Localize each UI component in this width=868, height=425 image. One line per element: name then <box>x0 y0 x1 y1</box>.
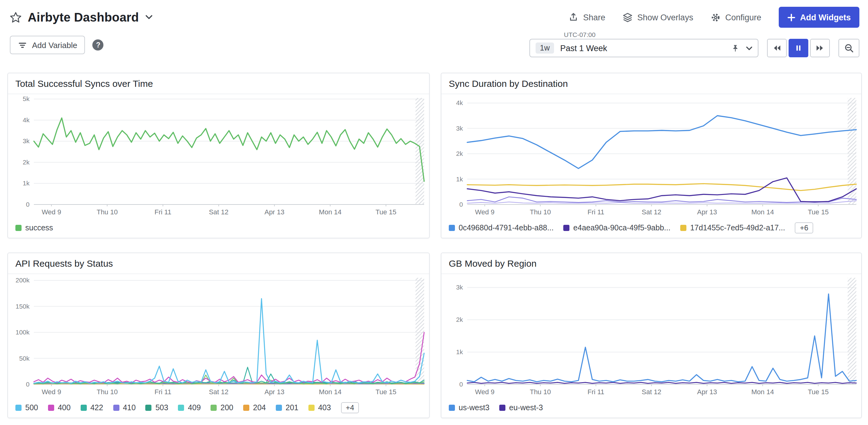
legend-swatch <box>243 405 249 411</box>
pin-icon[interactable] <box>731 43 740 53</box>
gear-icon <box>710 12 721 23</box>
favorite-star-icon[interactable] <box>10 11 22 23</box>
share-button[interactable]: Share <box>568 12 606 23</box>
svg-text:Sat 12: Sat 12 <box>642 208 661 216</box>
pause-button[interactable] <box>788 39 808 57</box>
help-icon[interactable]: ? <box>93 39 104 51</box>
share-icon <box>568 12 579 23</box>
add-widgets-button[interactable]: Add Widgets <box>778 7 859 28</box>
rewind-button[interactable] <box>767 39 787 57</box>
add-widgets-label: Add Widgets <box>800 12 851 22</box>
legend-item[interactable]: us-west3 <box>449 403 489 412</box>
legend-item[interactable]: 503 <box>146 403 168 412</box>
chart-total-successful-syncs[interactable]: 01k2k3k4k5kWed 9Thu 10Fri 11Sat 12Apr 13… <box>8 94 429 218</box>
svg-text:50k: 50k <box>19 355 30 362</box>
show-overlays-button[interactable]: Show Overlays <box>623 12 693 23</box>
chart-sync-duration-by-destination[interactable]: 01k2k3k4kWed 9Thu 10Fri 11Sat 12Apr 13Mo… <box>441 94 861 218</box>
legend-swatch <box>211 405 217 411</box>
plus-icon <box>787 13 795 21</box>
legend-item[interactable]: 400 <box>48 403 71 412</box>
legend-label: 500 <box>25 403 38 412</box>
legend-item[interactable]: eu-west-3 <box>499 403 543 412</box>
legend-swatch <box>16 405 22 411</box>
dashboard-page: Airbyte Dashboard Share Show Overlays <box>0 0 868 425</box>
legend-swatch <box>80 405 87 411</box>
legend-item[interactable]: 410 <box>113 403 136 412</box>
zoom-out-button[interactable] <box>838 39 859 57</box>
title-chevron-down-icon[interactable] <box>145 15 152 20</box>
legend-label: us-west3 <box>459 403 489 412</box>
svg-text:3k: 3k <box>456 284 463 291</box>
svg-text:2k: 2k <box>456 150 463 157</box>
legend-item[interactable]: 200 <box>211 403 233 412</box>
share-label: Share <box>583 12 606 22</box>
svg-text:Thu 10: Thu 10 <box>530 208 551 216</box>
chart-api-requests-by-status[interactable]: 050k100k150k200kWed 9Thu 10Fri 11Sat 12A… <box>8 274 429 398</box>
chart-gb-moved-by-region[interactable]: 01k2k3kWed 9Thu 10Fri 11Sat 12Apr 13Mon … <box>441 274 861 398</box>
svg-text:150k: 150k <box>16 303 30 310</box>
svg-text:Sat 12: Sat 12 <box>642 388 661 396</box>
add-variable-button[interactable]: Add Variable <box>10 36 85 54</box>
legend-item[interactable]: 403 <box>308 403 331 412</box>
legend-swatch <box>16 225 22 231</box>
time-range-picker[interactable]: 1w Past 1 Week <box>529 39 758 57</box>
legend-label: 403 <box>318 403 331 412</box>
svg-text:Wed 9: Wed 9 <box>41 208 61 216</box>
legend-swatch <box>449 225 455 231</box>
widget-title: Sync Duration by Destination <box>441 73 861 94</box>
svg-text:Wed 9: Wed 9 <box>41 388 61 396</box>
timezone-label: UTC-07:00 <box>564 31 596 38</box>
legend-label: eu-west-3 <box>509 403 543 412</box>
legend-overflow-badge[interactable]: +6 <box>795 222 813 234</box>
time-chevron-down-icon[interactable] <box>746 46 752 50</box>
legend-label: success <box>25 223 53 232</box>
svg-text:Mon 14: Mon 14 <box>751 208 774 216</box>
legend-item[interactable]: 422 <box>80 403 103 412</box>
legend-overflow-badge[interactable]: +4 <box>341 402 359 413</box>
svg-text:Tue 15: Tue 15 <box>375 208 397 216</box>
legend-item[interactable]: 17d1455c-7ed5-49d2-a17... <box>680 223 785 232</box>
svg-text:Apr 13: Apr 13 <box>697 388 717 396</box>
svg-text:1k: 1k <box>456 176 463 183</box>
widget-sync-duration-by-destination: Sync Duration by Destination 01k2k3k4kWe… <box>441 73 862 238</box>
widget-title: API Requests by Status <box>8 253 429 274</box>
legend-item[interactable]: 409 <box>178 403 201 412</box>
legend-swatch <box>113 405 119 411</box>
svg-text:Fri 11: Fri 11 <box>155 208 172 216</box>
legend-label: 410 <box>123 403 136 412</box>
svg-text:3k: 3k <box>456 125 463 132</box>
legend-label: 0c49680d-4791-4ebb-a88... <box>459 223 554 232</box>
widget-api-requests-by-status: API Requests by Status 050k100k150k200kW… <box>7 252 430 418</box>
svg-text:2k: 2k <box>456 316 463 323</box>
legend-item[interactable]: success <box>16 223 53 232</box>
layers-icon <box>623 12 633 23</box>
legend-api-requests-by-status: 500400422410503409200204201403+4 <box>8 398 429 418</box>
toolbar-left: Add Variable ? <box>10 36 104 54</box>
legend-sync-duration-by-destination: 0c49680d-4791-4ebb-a88...e4aea90a-90ca-4… <box>441 218 861 238</box>
range-shortcut-badge: 1w <box>535 42 554 54</box>
filter-icon <box>18 40 27 50</box>
svg-text:Fri 11: Fri 11 <box>155 388 172 396</box>
legend-item[interactable]: 500 <box>16 403 38 412</box>
legend-label: e4aea90a-90ca-49f5-9abb... <box>574 223 671 232</box>
header-title-group: Airbyte Dashboard <box>10 10 152 24</box>
legend-item[interactable]: 204 <box>243 403 266 412</box>
legend-label: 409 <box>188 403 201 412</box>
legend-label: 201 <box>286 403 299 412</box>
legend-item[interactable]: e4aea90a-90ca-49f5-9abb... <box>564 223 671 232</box>
svg-text:0: 0 <box>459 381 463 388</box>
svg-text:Sat 12: Sat 12 <box>209 388 229 396</box>
widget-title: Total Successful Syncs over Time <box>8 73 429 94</box>
widget-title: GB Moved by Region <box>441 253 861 274</box>
svg-text:Thu 10: Thu 10 <box>530 388 551 396</box>
fast-forward-button[interactable] <box>810 39 830 57</box>
svg-text:Mon 14: Mon 14 <box>751 388 774 396</box>
legend-label: 422 <box>90 403 103 412</box>
legend-swatch <box>308 405 314 411</box>
legend-gb-moved-by-region: us-west3eu-west-3 <box>441 398 861 418</box>
configure-button[interactable]: Configure <box>710 12 761 23</box>
legend-label: 400 <box>58 403 71 412</box>
legend-item[interactable]: 0c49680d-4791-4ebb-a88... <box>449 223 554 232</box>
legend-item[interactable]: 201 <box>276 403 299 412</box>
svg-text:Fri 11: Fri 11 <box>588 208 604 216</box>
